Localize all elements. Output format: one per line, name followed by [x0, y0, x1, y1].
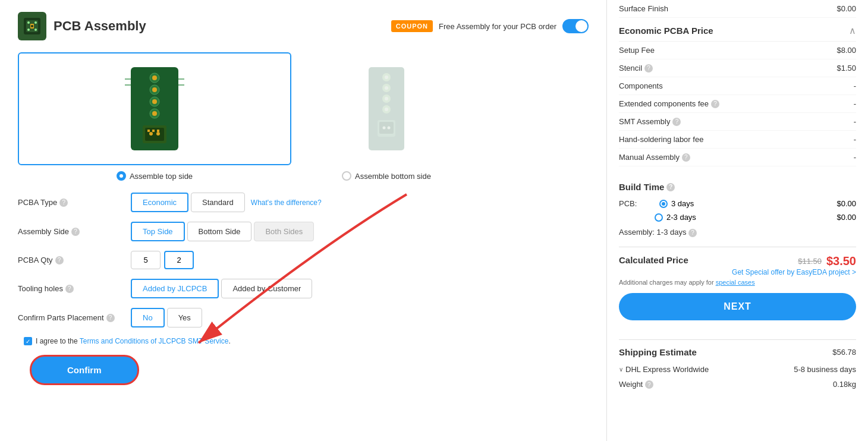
stencil-help-icon[interactable]: ?	[644, 64, 653, 73]
confirm-btn-area: Confirm	[24, 355, 139, 385]
economic-btn[interactable]: Economic	[131, 193, 188, 212]
right-board-image	[327, 52, 446, 165]
assemble-bottom-label: Assemble bottom side	[342, 171, 431, 181]
right-board-container: Assemble bottom side	[327, 52, 446, 181]
main-content: PCB Assembly COUPON Free Assembly for yo…	[0, 0, 606, 441]
assembly-help-icon[interactable]: ?	[688, 229, 697, 237]
pcb-3days-label: 3 days	[671, 199, 694, 208]
special-cases-link[interactable]: special cases	[716, 279, 755, 286]
terms-checkbox[interactable]	[24, 337, 32, 345]
free-assembly-toggle[interactable]	[562, 19, 589, 33]
dhl-row: ∨ DHL Express Worldwide 5-8 business day…	[619, 362, 856, 377]
surface-finish-row: Surface Finish $0.00	[619, 0, 856, 18]
chevron-down-icon: ∨	[619, 366, 623, 373]
pcb-build-label: PCB:	[619, 199, 655, 208]
smt-assembly-value: -	[854, 117, 856, 126]
weight-label: Weight ?	[619, 380, 653, 389]
svg-point-30	[385, 75, 388, 79]
price-display: Calculated Price $11.50 $3.50	[619, 254, 856, 268]
pcb-23days-radio[interactable]	[655, 213, 663, 222]
pcb-build-time-row: PCB: 3 days $0.00	[619, 197, 856, 210]
svg-point-34	[385, 97, 388, 100]
special-offer-link[interactable]: Get Special offer by EasyEDA project >	[619, 268, 856, 276]
surface-finish-label: Surface Finish	[619, 4, 668, 13]
terms-link[interactable]: Terms and Conditions of JLCPCB SMT Servi…	[80, 337, 229, 345]
confirm-parts-btn-group: No Yes	[131, 308, 202, 327]
pcb-3days-radio[interactable]	[659, 200, 668, 208]
assembly-side-label: Assembly Side ?	[18, 227, 125, 236]
pcba-type-row: PCBA Type ? Economic Standard What's the…	[18, 193, 589, 212]
smt-assembly-help-icon[interactable]: ?	[672, 118, 681, 126]
build-time-section: Build Time ? PCB: 3 days $0.00 2-3 days …	[619, 176, 856, 247]
old-price: $11.50	[798, 257, 822, 266]
shipping-value: $56.78	[832, 348, 856, 357]
both-sides-btn: Both Sides	[254, 222, 314, 241]
assembly-side-row: Assembly Side ? Top Side Bottom Side Bot…	[18, 222, 589, 241]
pcb-3days-option: 3 days $0.00	[659, 199, 856, 208]
pcba-qty-label: PCBA Qty ?	[18, 256, 125, 264]
svg-point-4	[27, 29, 30, 31]
svg-point-19	[149, 132, 153, 136]
left-board-image	[18, 52, 291, 165]
added-by-jlcpcb-btn[interactable]: Added by JLCPCB	[131, 279, 219, 298]
svg-point-7	[31, 25, 33, 27]
pcba-type-help-icon[interactable]: ?	[59, 199, 68, 207]
manual-assembly-row: Manual Assembly ? -	[619, 149, 856, 166]
stencil-value: $1.50	[836, 64, 856, 73]
bottom-side-radio[interactable]	[342, 171, 351, 181]
coupon-text: Free Assembly for your PCB order	[439, 22, 556, 31]
smt-assembly-row: SMT Assembly ? -	[619, 113, 856, 131]
standard-btn[interactable]: Standard	[191, 193, 245, 212]
dhl-expand[interactable]: ∨ DHL Express Worldwide	[619, 365, 709, 374]
next-button[interactable]: NEXT	[619, 293, 856, 320]
shipping-section: Shipping Estimate $56.78 ∨ DHL Express W…	[619, 339, 856, 392]
hand-soldering-row: Hand-soldering labor fee -	[619, 131, 856, 149]
bottom-side-btn[interactable]: Bottom Side	[187, 222, 252, 241]
pcb-23days-row: 2-3 days $0.00	[619, 210, 856, 224]
tooling-holes-btn-group: Added by JLCPCB Added by Customer	[131, 279, 312, 298]
assembly-days-row: Assembly: 1-3 days ?	[619, 224, 856, 241]
tooling-holes-help-icon[interactable]: ?	[65, 285, 74, 293]
svg-point-14	[152, 99, 157, 104]
setup-fee-row: Setup Fee $8.00	[619, 42, 856, 59]
assembly-label: Assembly:	[619, 228, 655, 237]
pcb-icon	[18, 12, 46, 40]
coupon-badge: COUPON	[391, 20, 433, 32]
extended-components-help-icon[interactable]: ?	[711, 100, 719, 108]
pcba-type-btn-group: Economic Standard	[131, 193, 245, 212]
economic-pcba-price-header: Economic PCBA Price ∧	[619, 18, 856, 42]
weight-help-icon[interactable]: ?	[645, 380, 653, 389]
top-side-radio[interactable]	[117, 171, 126, 181]
confirm-button[interactable]: Confirm	[30, 355, 139, 385]
svg-point-12	[152, 87, 157, 92]
no-btn[interactable]: No	[131, 308, 165, 327]
svg-point-20	[156, 132, 160, 136]
top-side-btn[interactable]: Top Side	[131, 222, 185, 241]
pcba-qty-help-icon[interactable]: ?	[55, 256, 64, 264]
collapse-icon[interactable]: ∧	[849, 25, 856, 36]
build-time-help-icon[interactable]: ?	[666, 183, 675, 191]
pcba-qty-inputs	[131, 251, 194, 269]
yes-btn[interactable]: Yes	[167, 308, 202, 327]
components-value: -	[854, 81, 856, 90]
calculated-price-section: Calculated Price $11.50 $3.50 Get Specia…	[619, 247, 856, 339]
svg-point-36	[385, 108, 388, 111]
qty-input-1[interactable]	[131, 251, 161, 269]
manual-assembly-help-icon[interactable]: ?	[682, 153, 690, 162]
svg-point-40	[388, 127, 391, 130]
components-label: Components	[619, 81, 663, 90]
whats-difference-link[interactable]: What's the difference?	[251, 199, 322, 207]
pcb-boards-container: Assemble top side	[18, 52, 589, 181]
svg-rect-21	[147, 130, 150, 132]
svg-point-5	[34, 29, 37, 31]
assemble-top-label: Assemble top side	[117, 171, 193, 181]
assembly-side-help-icon[interactable]: ?	[71, 228, 80, 236]
extended-components-row: Extended components fee ? -	[619, 95, 856, 113]
svg-rect-22	[152, 130, 155, 132]
qty-input-2[interactable]	[164, 251, 194, 269]
sidebar: Surface Finish $0.00 Economic PCBA Price…	[606, 0, 868, 441]
manual-assembly-value: -	[854, 153, 856, 162]
pcb-3days-price: $0.00	[836, 199, 856, 208]
added-by-customer-btn[interactable]: Added by Customer	[221, 279, 312, 298]
confirm-parts-help-icon[interactable]: ?	[106, 314, 115, 322]
